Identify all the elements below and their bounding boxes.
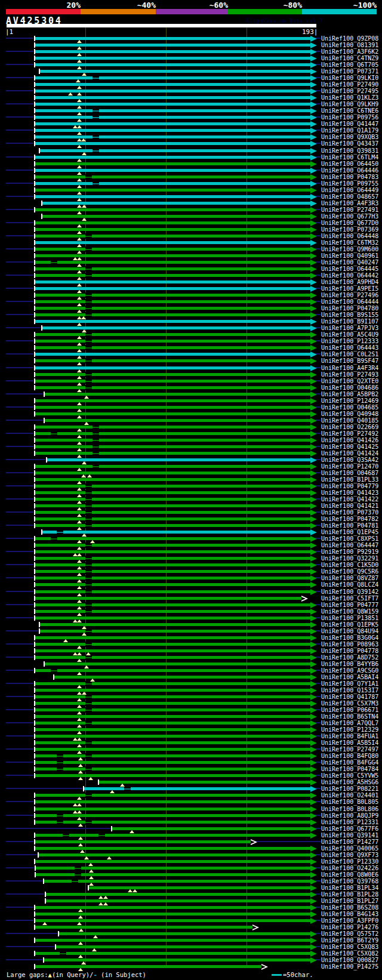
alignment-row[interactable]: UniRef100_P12470	[0, 463, 382, 470]
alignment-row[interactable]: UniRef100_O64449	[0, 187, 382, 193]
alignment-row[interactable]: UniRef100_A9CSG0	[0, 667, 382, 674]
alignment-bar[interactable]	[35, 768, 310, 771]
alignment-row[interactable]: UniRef100_B6STN4	[0, 713, 382, 720]
alignment-row[interactable]: UniRef100_B3G0G4	[0, 634, 382, 641]
alignment-bar[interactable]	[35, 722, 310, 725]
alignment-row[interactable]: UniRef100_A3FPF0	[0, 917, 382, 924]
alignment-bar[interactable]	[35, 939, 310, 942]
alignment-row[interactable]: UniRef100_B6T2Y9	[0, 937, 382, 944]
alignment-bar[interactable]	[35, 267, 310, 270]
row-label[interactable]: UniRef100_Q39768	[321, 878, 378, 885]
alignment-bar[interactable]	[35, 847, 310, 850]
alignment-bar[interactable]	[35, 359, 310, 362]
row-label[interactable]: UniRef100_O64445	[321, 266, 378, 272]
row-label[interactable]: UniRef100_O64448	[321, 233, 378, 239]
row-label[interactable]: UniRef100_P04781	[321, 522, 378, 529]
row-label[interactable]: UniRef100_P27492	[321, 430, 378, 437]
alignment-row[interactable]: UniRef100_Q7Y1A1	[0, 680, 382, 687]
row-label[interactable]: UniRef100_Q40247	[321, 259, 378, 266]
row-label[interactable]: UniRef100_P07369	[321, 226, 378, 233]
row-label[interactable]: UniRef100_C0L2S1	[321, 351, 378, 358]
alignment-row[interactable]: UniRef100_Q41425	[0, 443, 382, 450]
alignment-bar[interactable]	[35, 63, 310, 66]
row-label[interactable]: UniRef100_Q39831	[321, 147, 378, 154]
alignment-row[interactable]: UniRef100_Q2XTE0	[0, 378, 382, 384]
alignment-row[interactable]: UniRef100_Q8LCZ4	[0, 581, 382, 588]
alignment-row[interactable]: UniRef100_P07371	[0, 68, 382, 75]
alignment-bar[interactable]	[35, 50, 310, 53]
row-label[interactable]: UniRef100_Q9M600	[321, 246, 378, 252]
alignment-bar[interactable]	[35, 669, 310, 672]
alignment-row[interactable]: UniRef100_P04784	[0, 766, 382, 772]
alignment-row[interactable]: UniRef100_Q40247	[0, 259, 382, 266]
row-label[interactable]: UniRef100_P09755	[321, 180, 378, 187]
row-label[interactable]: UniRef100_Q40065	[321, 845, 378, 852]
alignment-row[interactable]: UniRef100_Q153I7	[0, 687, 382, 694]
alignment-row[interactable]: UniRef100_C6TLM4	[0, 154, 382, 161]
row-label[interactable]: UniRef100_Q9XQB3	[321, 134, 378, 140]
alignment-row[interactable]: UniRef100_O81391	[0, 42, 382, 48]
alignment-bar[interactable]	[35, 610, 310, 613]
alignment-bar[interactable]	[35, 346, 310, 349]
alignment-row[interactable]: UniRef100_C1K5D0	[0, 562, 382, 568]
alignment-bar[interactable]	[35, 57, 310, 60]
alignment-row[interactable]: UniRef100_Q84U94	[0, 628, 382, 634]
row-label[interactable]: UniRef100_A5BAI4	[321, 674, 378, 680]
row-label[interactable]: UniRef100_P27496	[321, 292, 378, 298]
row-label[interactable]: UniRef100_Q153I7	[321, 687, 378, 694]
alignment-row[interactable]: UniRef100_P04780	[0, 305, 382, 312]
row-label[interactable]: UniRef100_Q1EPK5	[321, 621, 378, 628]
row-label[interactable]: UniRef100_Q39142	[321, 588, 378, 595]
row-label[interactable]: UniRef100_P13851	[321, 615, 378, 621]
alignment-row[interactable]: UniRef100_Q9C5R6	[0, 568, 382, 575]
alignment-bar[interactable]	[35, 439, 310, 442]
alignment-bar[interactable]	[35, 189, 310, 192]
row-label[interactable]: UniRef100_C5X7M3	[321, 700, 378, 707]
row-label[interactable]: UniRef100_P27495	[321, 88, 378, 94]
alignment-bar[interactable]	[35, 563, 310, 566]
alignment-bar[interactable]	[35, 524, 310, 527]
alignment-bar[interactable]	[35, 544, 310, 547]
alignment-row[interactable]: UniRef100_B6SZ08	[0, 904, 382, 911]
row-label[interactable]: UniRef100_B6STN4	[321, 713, 378, 720]
alignment-row[interactable]: UniRef100_Q39142	[0, 588, 382, 595]
alignment-bar[interactable]	[39, 149, 310, 152]
row-label[interactable]: UniRef100_C5XQ82	[321, 950, 378, 957]
row-label[interactable]: UniRef100_P14275	[321, 963, 378, 970]
alignment-bar[interactable]	[35, 241, 310, 244]
alignment-row[interactable]: UniRef100_O64443	[0, 344, 382, 351]
alignment-bar[interactable]	[35, 860, 310, 863]
alignment-bar[interactable]	[35, 380, 310, 383]
alignment-bar[interactable]	[35, 235, 310, 238]
row-label[interactable]: UniRef100_A7PJV3	[321, 325, 378, 331]
row-label[interactable]: UniRef100_P12331	[321, 819, 378, 825]
row-label[interactable]: UniRef100_Q41787	[321, 694, 378, 700]
alignment-bar[interactable]	[35, 412, 310, 415]
alignment-row[interactable]: UniRef100_B9S155	[0, 312, 382, 318]
row-label[interactable]: UniRef100_P14277	[321, 839, 378, 845]
row-label[interactable]: UniRef100_Q9XF73	[321, 852, 378, 858]
alignment-bar[interactable]	[35, 90, 310, 93]
alignment-row[interactable]: UniRef100_Q1A179	[0, 127, 382, 134]
alignment-row[interactable]: UniRef100_A8QJP9	[0, 812, 382, 819]
row-label[interactable]: UniRef100_Q9LKH9	[321, 101, 378, 107]
alignment-row[interactable]: UniRef100_Q43437	[0, 140, 382, 147]
row-label[interactable]: UniRef100_Q677D0	[321, 220, 378, 226]
alignment-row[interactable]: UniRef100_P12469	[0, 397, 382, 404]
row-label[interactable]: UniRef100_B1PL28	[321, 891, 378, 898]
row-label[interactable]: UniRef100_A9PHD4	[321, 279, 378, 285]
alignment-bar[interactable]	[35, 498, 310, 501]
alignment-bar[interactable]	[35, 761, 310, 764]
alignment-bar[interactable]	[35, 162, 310, 165]
alignment-row[interactable]: UniRef100_P09756	[0, 114, 382, 121]
row-label[interactable]: UniRef100_Q40961	[321, 252, 378, 259]
row-label[interactable]: UniRef100_Q677F6	[321, 825, 378, 832]
alignment-bar[interactable]	[35, 708, 310, 711]
alignment-row[interactable]: UniRef100_Q32291	[0, 555, 382, 562]
alignment-row[interactable]: UniRef100_O64446	[0, 167, 382, 174]
alignment-bar[interactable]	[35, 636, 310, 639]
alignment-row[interactable]: UniRef100_B0L806	[0, 806, 382, 812]
row-label[interactable]: UniRef100_B4G143	[321, 911, 378, 917]
alignment-bar[interactable]	[39, 630, 310, 633]
alignment-bar[interactable]	[35, 840, 251, 843]
